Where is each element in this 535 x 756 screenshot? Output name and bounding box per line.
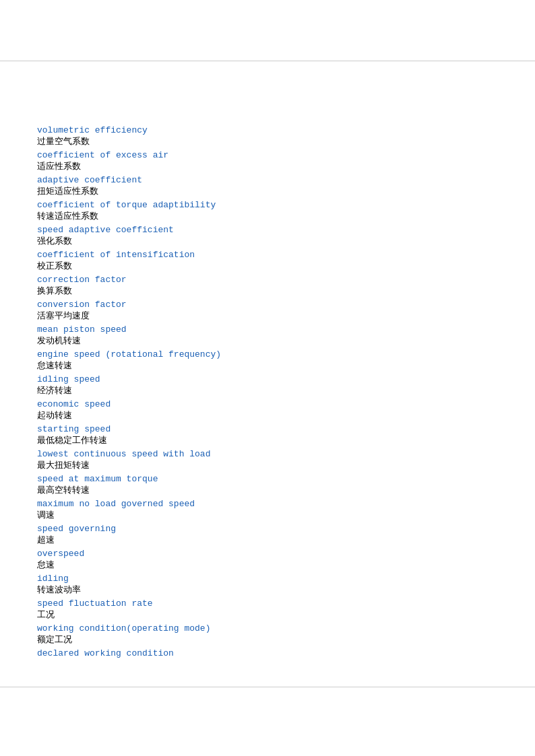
chinese-term: 超速 (37, 534, 498, 546)
list-item: overspeed怠速 (37, 549, 498, 571)
list-item: speed governing超速 (37, 524, 498, 546)
english-term: engine speed (rotational frequency) (37, 349, 498, 359)
list-item: declared working condition (37, 648, 498, 658)
english-term: idling (37, 574, 498, 584)
list-item: mean piston speed发动机转速 (37, 324, 498, 347)
list-item: coefficient of excess air适应性系数 (37, 150, 498, 172)
list-item: speed fluctuation rate工况 (37, 598, 498, 621)
main-content: volumetric efficiency过量空气系数coefficient o… (0, 61, 535, 687)
english-term: economic speed (37, 399, 498, 409)
list-item: economic speed起动转速 (37, 399, 498, 421)
english-term: speed fluctuation rate (37, 598, 498, 609)
english-term: coefficient of excess air (37, 150, 498, 160)
list-item: maximum no load governed speed调速 (37, 499, 498, 521)
english-term: maximum no load governed speed (37, 499, 498, 509)
english-term: overspeed (37, 549, 498, 559)
list-item: conversion factor活塞平均速度 (37, 300, 498, 322)
chinese-term: 转速适应性系数 (37, 210, 498, 222)
chinese-term: 起动转速 (37, 409, 498, 421)
english-term: speed adaptive coefficient (37, 225, 498, 235)
english-term: mean piston speed (37, 324, 498, 335)
chinese-term: 调速 (37, 509, 498, 521)
list-item: correction factor换算系数 (37, 275, 498, 297)
chinese-term: 校正系数 (37, 260, 498, 272)
chinese-term: 强化系数 (37, 235, 498, 247)
english-term: adaptive coefficient (37, 175, 498, 185)
english-term: speed governing (37, 524, 498, 534)
list-item: engine speed (rotational frequency)怠速转速 (37, 349, 498, 372)
list-item: lowest continuous speed with load最大扭矩转速 (37, 449, 498, 471)
list-item: speed at maximum torque最高空转转速 (37, 474, 498, 496)
chinese-term: 怠速转速 (37, 359, 498, 372)
list-item: coefficient of torque adaptibility转速适应性系… (37, 200, 498, 222)
chinese-term: 换算系数 (37, 285, 498, 297)
english-term: coefficient of torque adaptibility (37, 200, 498, 210)
english-term: lowest continuous speed with load (37, 449, 498, 459)
list-item: idling speed经济转速 (37, 374, 498, 397)
chinese-term: 工况 (37, 609, 498, 621)
english-term: declared working condition (37, 648, 498, 658)
chinese-term: 经济转速 (37, 384, 498, 397)
list-item: starting speed最低稳定工作转速 (37, 424, 498, 446)
english-term: coefficient of intensification (37, 250, 498, 260)
chinese-term: 扭矩适应性系数 (37, 185, 498, 197)
chinese-term: 转速波动率 (37, 584, 498, 596)
english-term: working condition(operating mode) (37, 623, 498, 633)
chinese-term: 最高空转转速 (37, 484, 498, 496)
chinese-term: 适应性系数 (37, 160, 498, 172)
list-item: coefficient of intensification校正系数 (37, 250, 498, 272)
list-item: speed adaptive coefficient强化系数 (37, 225, 498, 247)
chinese-term: 最大扭矩转速 (37, 459, 498, 471)
chinese-term: 过量空气系数 (37, 135, 498, 147)
list-item: working condition(operating mode)额定工况 (37, 623, 498, 646)
chinese-term: 活塞平均速度 (37, 310, 498, 322)
english-term: idling speed (37, 374, 498, 384)
english-term: speed at maximum torque (37, 474, 498, 484)
english-term: correction factor (37, 275, 498, 285)
chinese-term: 最低稳定工作转速 (37, 434, 498, 446)
list-item: adaptive coefficient扭矩适应性系数 (37, 175, 498, 197)
english-term: conversion factor (37, 300, 498, 310)
english-term: starting speed (37, 424, 498, 434)
english-term: volumetric efficiency (37, 125, 498, 135)
list-item: idling转速波动率 (37, 574, 498, 596)
chinese-term: 怠速 (37, 559, 498, 571)
list-item: volumetric efficiency过量空气系数 (37, 125, 498, 147)
chinese-term: 额定工况 (37, 633, 498, 646)
chinese-term: 发动机转速 (37, 335, 498, 347)
